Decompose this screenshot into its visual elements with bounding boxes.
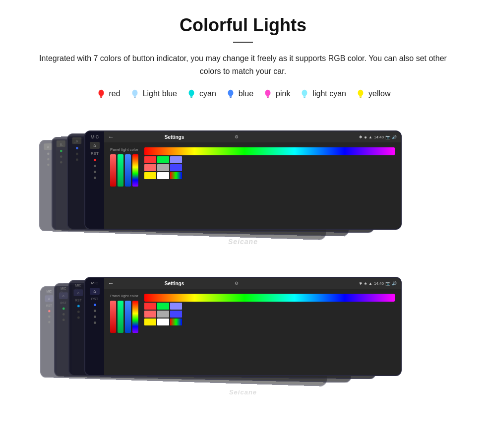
- bottom-panel-label: Panel light color: [110, 294, 138, 298]
- svg-rect-7: [190, 96, 193, 97]
- front-b-dot4: [94, 321, 96, 324]
- front-b-dot2: [94, 310, 96, 312]
- swatch-blue[interactable]: [170, 164, 182, 171]
- b2-dot3: [77, 317, 80, 319]
- svg-rect-8: [190, 97, 192, 98]
- b-swatch-green[interactable]: [157, 303, 169, 310]
- color-label-lightcyan: light cyan: [312, 89, 346, 98]
- main-screen-body: Panel light color: [104, 142, 401, 229]
- device-stack-bottom: MIC ⌂ RST ⌂ Sett... MIC ⌂: [20, 259, 466, 398]
- bottom-bars: [110, 301, 138, 333]
- svg-rect-19: [360, 96, 362, 97]
- color-indicator-row: red Light blue cyan: [20, 88, 466, 99]
- watermark-bottom: Seicane: [229, 388, 257, 396]
- svg-point-15: [302, 90, 307, 96]
- swatch-gray[interactable]: [157, 164, 169, 171]
- red-dot-front: [94, 159, 96, 161]
- mic-label: MIC: [91, 134, 99, 139]
- dot-front-d: [94, 177, 96, 179]
- b2-dot2: [77, 311, 80, 313]
- volume-icon: 🔊: [392, 135, 397, 139]
- bottom-swatches: [144, 303, 395, 325]
- device-section-bottom: MIC ⌂ RST ⌂ Sett... MIC ⌂: [20, 259, 466, 398]
- dot-3b: [60, 155, 62, 158]
- watermark-top: Seicane: [228, 238, 258, 246]
- color-label-pink: pink: [276, 89, 290, 98]
- page-description: Integrated with 7 colors of button indic…: [30, 52, 456, 77]
- swatch-lightred[interactable]: [144, 164, 156, 171]
- front-b-dot3: [94, 316, 96, 318]
- dot-4c: [47, 164, 49, 166]
- b4-dot1: [48, 310, 50, 313]
- color-label-blue: blue: [239, 89, 253, 98]
- main-header: ← Settings ⚙ ✱ ◈ ▲ 14:40 📷 🔊: [104, 131, 401, 142]
- b-swatch-white[interactable]: [157, 319, 169, 325]
- swatch-row-1: [144, 156, 395, 163]
- device-stack-top: ⌂ ← ⌂: [20, 113, 466, 250]
- color-grid-display: [144, 147, 395, 224]
- swatch-red[interactable]: [144, 156, 156, 163]
- home-sm-3: ⌂: [59, 292, 68, 299]
- svg-point-18: [358, 90, 364, 96]
- svg-point-6: [189, 90, 194, 96]
- b-swatch-lightred[interactable]: [144, 311, 156, 318]
- swatch-row-3: [144, 172, 395, 179]
- svg-rect-20: [360, 97, 362, 98]
- b-swatch-rainbow[interactable]: [170, 319, 182, 325]
- swatch-white[interactable]: [157, 172, 169, 179]
- camera-icon: 📷: [385, 135, 390, 139]
- swatch-rainbow-small[interactable]: [170, 172, 182, 179]
- mic-front-b: MIC: [91, 281, 99, 285]
- rst-label: RST: [91, 151, 99, 156]
- color-label-lightblue: Light blue: [143, 89, 177, 98]
- b-swatch-yellow[interactable]: [144, 319, 156, 325]
- bottom-main-header: ← Settings ⚙ ✱ ◈ ▲ 14:40 📷 🔊: [104, 278, 401, 289]
- b-swatch-red[interactable]: [144, 303, 156, 310]
- home-sm-4: ⌂: [45, 295, 54, 302]
- color-item-blue: blue: [225, 88, 253, 99]
- swatch-periwinkle[interactable]: [170, 156, 182, 163]
- settings-gear-icon: ⚙: [235, 134, 239, 139]
- dot-2c: [76, 159, 78, 161]
- bulb-icon-cyan: [186, 88, 197, 99]
- svg-rect-17: [304, 97, 306, 98]
- dot-4: [47, 153, 49, 155]
- dot-2b: [76, 153, 78, 155]
- bulb-icon-yellow: [355, 88, 366, 99]
- main-screen: ← Settings ⚙ ✱ ◈ ▲ 14:40 📷 🔊: [104, 131, 401, 229]
- b2-dot1: [77, 305, 80, 308]
- bulb-icon-blue: [225, 88, 236, 99]
- b-swatch-blue[interactable]: [170, 311, 182, 318]
- svg-rect-10: [230, 96, 232, 97]
- bulb-icon-lightcyan: [299, 88, 310, 99]
- wifi-icon: ◈: [364, 135, 367, 139]
- swatch-row-2: [144, 164, 395, 171]
- front-b-dot1: [94, 304, 96, 306]
- bottom-back-arrow[interactable]: ←: [108, 280, 114, 287]
- svg-rect-5: [134, 97, 136, 98]
- color-item-cyan: cyan: [186, 88, 216, 99]
- main-back-arrow[interactable]: ←: [108, 133, 114, 140]
- bottom-bar-green: [118, 301, 123, 333]
- bottom-bar-rainbow: [132, 301, 138, 333]
- dot-3c: [60, 161, 62, 164]
- bottom-bar-red: [110, 301, 116, 333]
- rst-front-b: RST: [91, 297, 98, 301]
- rainbow-bar: [144, 147, 395, 155]
- bottom-device-front: MIC ⌂ RST ← Settings ⚙ ✱: [84, 277, 402, 376]
- dot-front-c: [94, 171, 96, 173]
- bar-rainbow: [132, 154, 138, 187]
- swatch-yellow[interactable]: [144, 172, 156, 179]
- svg-point-12: [265, 90, 271, 96]
- home-front-b: ⌂: [90, 288, 100, 295]
- svg-rect-11: [230, 97, 232, 98]
- svg-point-9: [228, 90, 233, 96]
- b-swatch-periwinkle[interactable]: [170, 303, 182, 310]
- bottom-screen-body: Panel light color: [104, 289, 401, 375]
- b-swatch-gray[interactable]: [157, 311, 169, 318]
- device-sidebar-front: MIC ⌂ RST: [85, 131, 104, 229]
- swatch-green[interactable]: [157, 156, 169, 163]
- bottom-swatch-row-2: [144, 311, 395, 318]
- color-label-yellow: yellow: [368, 89, 390, 98]
- color-bars-display: [110, 154, 138, 187]
